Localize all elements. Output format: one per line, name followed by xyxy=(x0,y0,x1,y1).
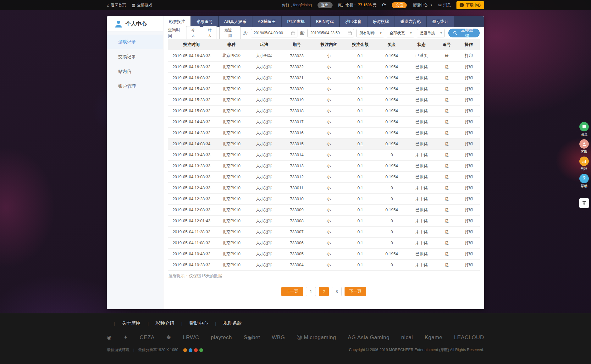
print-link[interactable]: 打印 xyxy=(458,50,480,61)
cell-bet-time: 2019-05-04 14:08:34 xyxy=(168,138,215,149)
logout-button[interactable]: 退出 xyxy=(318,2,333,8)
table-header-cell: 玩法 xyxy=(248,39,280,50)
to-label: 至: xyxy=(300,30,305,36)
cell-bet-amount: 0.1 xyxy=(345,61,376,72)
admin-center-menu[interactable]: 管理中心 ▼ xyxy=(412,3,433,8)
partner-logo: nicai xyxy=(401,334,413,341)
cell-bet-amount: 0.1 xyxy=(345,72,376,83)
float-lines-button[interactable]: 线路 xyxy=(579,157,589,171)
cell-bet-amount: 0.1 xyxy=(345,116,376,127)
print-link[interactable]: 打印 xyxy=(458,83,480,94)
next-page-button[interactable]: 下一页 xyxy=(345,287,366,296)
print-link[interactable]: 打印 xyxy=(458,61,480,72)
tab[interactable]: 彩票投注 xyxy=(163,16,191,27)
filter-selects: 所有彩种 ▼ 全部状态 ▼ 是否单挑 ▼ xyxy=(356,29,445,37)
cell-lottery: 北京PK10 xyxy=(215,226,248,237)
cell-bet-time: 2019-05-04 11:28:32 xyxy=(168,226,215,237)
print-link[interactable]: 打印 xyxy=(458,237,480,248)
float-toolbar: 消息 客服 线路 ? 帮助 xyxy=(579,122,589,208)
back-to-top-button[interactable] xyxy=(579,198,589,208)
tab[interactable]: BBIN游戏 xyxy=(311,16,339,27)
filter-select[interactable]: 是否单挑 ▼ xyxy=(417,29,445,37)
print-link[interactable]: 打印 xyxy=(458,226,480,237)
tab[interactable]: 乐游棋牌 xyxy=(367,16,395,27)
cell-bet-content: 小 xyxy=(313,149,345,160)
print-link[interactable]: 打印 xyxy=(458,105,480,116)
print-link[interactable]: 打印 xyxy=(458,116,480,127)
tab[interactable]: 彩票追号 xyxy=(191,16,218,27)
download-center-button[interactable]: ↓ 下载中心 xyxy=(456,1,484,9)
filter-select[interactable]: 全部状态 ▼ xyxy=(387,29,414,37)
sidebar-header: 个人中心 xyxy=(107,16,163,31)
print-link[interactable]: 打印 xyxy=(458,182,480,193)
tab[interactable]: 沙巴体育 xyxy=(340,16,367,27)
print-link[interactable]: 打印 xyxy=(458,94,480,105)
tab[interactable]: AG真人娱乐 xyxy=(219,16,252,27)
cell-chase: 是 xyxy=(436,149,458,160)
print-link[interactable]: 打印 xyxy=(458,171,480,182)
cell-lottery: 北京PK10 xyxy=(215,248,248,259)
print-link[interactable]: 打印 xyxy=(458,72,480,83)
float-support-button[interactable]: 客服 xyxy=(579,139,589,154)
cell-chase: 是 xyxy=(436,193,458,204)
table-row: 2019-05-04 13:48:33 北京PK10 大小冠军 733014 小… xyxy=(168,149,480,160)
print-link[interactable]: 打印 xyxy=(458,160,480,171)
footer: 关于摩臣彩种介绍帮助中心规则条款 ◉✦CEZA♚LRWCplaytechS◉be… xyxy=(0,313,591,364)
home-link[interactable]: ⌂ 返回首页 xyxy=(107,3,126,8)
all-games-link[interactable]: ▦ 全部游戏 xyxy=(132,3,152,8)
home-icon: ⌂ xyxy=(107,3,109,8)
recharge-button[interactable]: 充值 xyxy=(392,2,407,8)
tab[interactable]: 盈亏统计 xyxy=(427,16,454,27)
cell-issue: 733011 xyxy=(280,182,313,193)
cell-bet-amount: 0.1 xyxy=(345,138,376,149)
table-row: 2019-05-04 13:28:33 北京PK10 大小冠军 733013 小… xyxy=(168,160,480,171)
cell-bet-amount: 0.1 xyxy=(345,160,376,171)
quick-range-button[interactable]: 今天 xyxy=(186,26,200,40)
print-link[interactable]: 打印 xyxy=(458,138,480,149)
calendar-icon[interactable] xyxy=(291,31,295,35)
date-from-input[interactable]: 2019/05/04 00:00 xyxy=(251,29,297,37)
print-link[interactable]: 打印 xyxy=(458,259,480,270)
sidebar-item[interactable]: 站内信 xyxy=(107,64,163,79)
tab[interactable]: PT老虎机 xyxy=(282,16,310,27)
partner-logo: ✦ xyxy=(123,334,128,341)
print-link[interactable]: 打印 xyxy=(458,193,480,204)
cell-prize: 0.1954 xyxy=(376,171,407,182)
support-agent-icon xyxy=(579,139,589,149)
cell-prize: 0.1954 xyxy=(376,116,407,127)
prev-page-button[interactable]: 上一页 xyxy=(281,287,303,296)
footer-link[interactable]: 彩种介绍 xyxy=(141,320,174,326)
print-link[interactable]: 打印 xyxy=(458,149,480,160)
quick-range-button[interactable]: 昨天 xyxy=(203,26,217,40)
footer-link[interactable]: 规则条款 xyxy=(208,320,242,326)
search-button[interactable]: 立即查询 xyxy=(448,29,480,37)
footer-link[interactable]: 帮助中心 xyxy=(174,320,208,326)
print-link[interactable]: 打印 xyxy=(458,248,480,259)
print-link[interactable]: 打印 xyxy=(458,127,480,138)
cell-status: 未中奖 xyxy=(407,237,436,248)
refresh-icon[interactable]: ⟳ xyxy=(382,2,386,8)
table-header-cell: 期号 xyxy=(280,39,313,50)
filter-bar: 查询时间 今天昨天最近一周 从: 2019/05/04 00:00 至: xyxy=(163,27,484,39)
tab[interactable]: 香港六合彩 xyxy=(395,16,426,27)
float-messages-button[interactable]: 消息 xyxy=(579,122,589,137)
page-button[interactable]: 2 xyxy=(319,287,329,296)
date-to-input[interactable]: 2019/05/04 23:59 xyxy=(307,29,354,37)
print-link[interactable]: 打印 xyxy=(458,204,480,215)
sidebar-item[interactable]: 交易记录 xyxy=(107,49,163,64)
sidebar-item[interactable]: 账户管理 xyxy=(107,79,163,94)
calendar-icon[interactable] xyxy=(348,31,352,35)
print-link[interactable]: 打印 xyxy=(458,215,480,226)
cell-status: 未中奖 xyxy=(407,215,436,226)
page-button[interactable]: 3 xyxy=(332,287,342,296)
page-button[interactable]: 1 xyxy=(306,287,316,296)
quick-range-button[interactable]: 最近一周 xyxy=(219,26,240,40)
tab[interactable]: AG捕鱼王 xyxy=(252,16,281,27)
filter-select[interactable]: 所有彩种 ▼ xyxy=(356,29,384,37)
float-help-button[interactable]: ? 帮助 xyxy=(579,174,589,189)
footer-link[interactable]: 关于摩臣 xyxy=(107,320,141,326)
sidebar-item[interactable]: 游戏记录 xyxy=(107,35,163,49)
cell-issue: 733020 xyxy=(280,83,313,94)
search-button-label: 立即查询 xyxy=(459,27,475,39)
messages-link[interactable]: ✉ 消息 xyxy=(438,3,451,8)
